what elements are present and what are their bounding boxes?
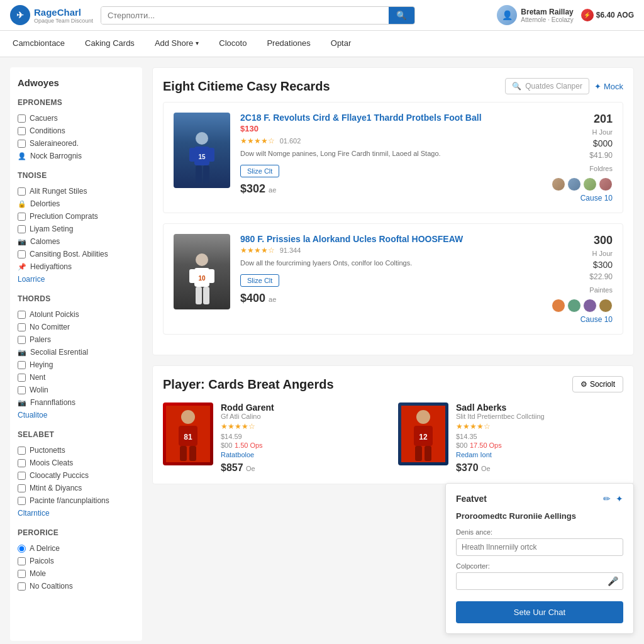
sidebar-item-pacinte[interactable]: Pacinte f/ancunplaitions: [18, 494, 135, 507]
checkbox-mole[interactable]: [18, 570, 26, 578]
checkbox-puctonetts[interactable]: [18, 447, 26, 455]
sidebar-item-cloocatly[interactable]: Cloocatly Puccics: [18, 469, 135, 482]
sidebar-item-saleraineored[interactable]: Saleraineored.: [18, 137, 135, 150]
checkbox-saleraineored[interactable]: [18, 140, 26, 148]
sidebar-label-hediyaftions: Hediyaftions: [30, 262, 72, 271]
checkbox-heying[interactable]: [18, 361, 26, 369]
svg-rect-25: [425, 446, 431, 461]
sidebar-link-ctualitoe[interactable]: Ctualitoe: [18, 409, 135, 421]
sidebar-item-hediyaftions[interactable]: 📌 Hediyaftions: [18, 260, 135, 273]
sidebar-item-secolial[interactable]: 📷 Secolial Esrential: [18, 346, 135, 358]
sidebar-link-loarrice[interactable]: Loarrice: [18, 273, 135, 286]
price-value-0: $302: [240, 182, 265, 195]
checkbox-nent[interactable]: [18, 374, 26, 382]
checkbox-cacuers[interactable]: [18, 114, 26, 123]
sidebar-item-liyam[interactable]: Liyam Seting: [18, 223, 135, 235]
sidebar-item-paicols[interactable]: Paicols: [18, 555, 135, 567]
sidebar-item-no-coaltions[interactable]: No Coaltions: [18, 580, 135, 592]
sidebar-item-preclution[interactable]: Preclution Comprats: [18, 210, 135, 223]
nav-add-shore[interactable]: Add Shore ▾: [152, 31, 201, 57]
sidebar-item-heying[interactable]: Heying: [18, 358, 135, 371]
sort-button[interactable]: ⚙ Socriolt: [572, 376, 623, 392]
nav-optar[interactable]: Optar: [328, 31, 354, 57]
sidebar-label-palers: Palers: [30, 335, 51, 344]
checkbox-moois[interactable]: [18, 459, 26, 467]
sidebar-item-fnannflations[interactable]: 📷 Fnannflations: [18, 396, 135, 409]
sidebar-item-a-delrice[interactable]: A Delrice: [18, 542, 135, 555]
nav-caking-cards[interactable]: Caking Cards: [82, 31, 137, 57]
checkbox-liyam[interactable]: [18, 225, 26, 233]
maximize-icon[interactable]: ✦: [616, 494, 623, 504]
checkbox-cansiting[interactable]: [18, 250, 26, 258]
search-bar[interactable]: 🔍: [101, 6, 415, 25]
checkbox-preclution[interactable]: [18, 213, 26, 221]
sidebar-item-atolunt[interactable]: Atolunt Poickis: [18, 308, 135, 321]
checkbox-wolin[interactable]: [18, 386, 26, 394]
sidebar-item-nock[interactable]: 👤 Nock Barrognis: [18, 150, 135, 162]
featured-search[interactable]: 🔍 Quatdes Clanper: [505, 78, 589, 94]
player-info-0: Rodd Garent Gf Atli Calino ★★★★☆ $14.59 …: [221, 402, 388, 474]
checkbox-alit[interactable]: [18, 187, 26, 196]
mini-avatar-0-4: [599, 177, 613, 191]
player-link-1[interactable]: Redam Iont: [456, 451, 623, 458]
mock-button[interactable]: ✦ Mock: [594, 82, 623, 91]
logo-title: RageCharl: [34, 7, 93, 18]
player-figure-1: 10: [183, 250, 221, 307]
search-input[interactable]: [101, 7, 389, 24]
color-input[interactable]: [456, 572, 623, 590]
feature-panel: Featvet ✏ ✦ Proroomedtc Ruroniie Aelling…: [445, 483, 634, 634]
player-cards-section: Player: Cards Breat Angerds ⚙ Socriolt 8…: [152, 365, 634, 484]
search-button[interactable]: 🔍: [389, 7, 414, 24]
sidebar-item-conditions[interactable]: Conditions: [18, 125, 135, 137]
pencil-icon[interactable]: ✏: [603, 494, 611, 504]
nav-clocoto[interactable]: Clocoto: [216, 31, 249, 57]
checkbox-paicols[interactable]: [18, 557, 26, 565]
player-section-header: Player: Cards Breat Angerds ⚙ Socriolt: [163, 376, 623, 392]
player-ops-label-0: $00: [221, 441, 232, 449]
feature-panel-title: Featvet: [456, 494, 487, 504]
sidebar-item-cansiting[interactable]: Cansiting Bost. Abilities: [18, 248, 135, 260]
checkbox-no-comitter[interactable]: [18, 323, 26, 331]
player-svg-1: 12: [401, 406, 445, 462]
player-link-0[interactable]: Ratatboloe: [221, 451, 388, 458]
avatar: 👤: [497, 5, 517, 25]
player-svg-0: 81: [166, 406, 210, 462]
sidebar-item-puctonetts[interactable]: Puctonetts: [18, 444, 135, 457]
checkbox-atolunt[interactable]: [18, 311, 26, 319]
checkbox-cloocatly[interactable]: [18, 472, 26, 480]
sidebar-label-paicols: Paicols: [30, 557, 54, 565]
size-btn-1[interactable]: Slize Clt: [240, 274, 279, 287]
sidebar-item-mole[interactable]: Mole: [18, 567, 135, 580]
chat-button[interactable]: Sete Uur Chat: [456, 601, 623, 623]
nav-camcbiontace[interactable]: Camcbiontace: [10, 31, 67, 57]
checkbox-conditions[interactable]: [18, 127, 26, 135]
size-btn-0[interactable]: Slize Clt: [240, 165, 279, 177]
checkbox-pacinte[interactable]: [18, 497, 26, 505]
sidebar-item-alit[interactable]: Alit Runget Stiles: [18, 185, 135, 197]
sidebar-item-cacuers[interactable]: Cacuers: [18, 112, 135, 125]
featured-section-header: Eight Citieme Casy Recards 🔍 Quatdes Cla…: [163, 78, 623, 94]
sidebar-item-moois[interactable]: Moois Cleats: [18, 457, 135, 469]
nav-predationes[interactable]: Predationes: [264, 31, 313, 57]
radio-a-delrice[interactable]: [18, 545, 26, 553]
sidebar-item-wolin[interactable]: Wolin: [18, 384, 135, 396]
search-icon-small: 🔍: [512, 82, 521, 91]
checkbox-mtint[interactable]: [18, 484, 26, 492]
cause-link-0[interactable]: Cause 10: [580, 194, 613, 203]
cause-link-1[interactable]: Cause 10: [580, 315, 613, 324]
price-value-1: $400: [240, 292, 265, 304]
feature-panel-subtitle: Proroomedtc Ruroniie Aellings: [456, 511, 623, 521]
sidebar-item-delorties[interactable]: 🔒 Delorties: [18, 197, 135, 210]
checkbox-palers[interactable]: [18, 336, 26, 344]
sidebar-item-nent[interactable]: Nent: [18, 371, 135, 384]
sidebar-link-cltarntice[interactable]: Cltarntice: [18, 507, 135, 519]
desc-input[interactable]: [456, 538, 623, 556]
sidebar-item-palers[interactable]: Palers: [18, 333, 135, 346]
sidebar-item-mtint[interactable]: Mtint & Diyancs: [18, 482, 135, 494]
sidebar-item-no-comitter[interactable]: No Comitter: [18, 321, 135, 333]
product-image-1: 10: [174, 234, 230, 309]
logo-icon: ✈: [10, 5, 30, 25]
sidebar-item-calomes[interactable]: 📷 Calomes: [18, 235, 135, 248]
checkbox-no-coaltions[interactable]: [18, 582, 26, 591]
player-cards-grid: 81 Rodd Garent Gf Atli Calino ★★★★☆ $14.…: [163, 402, 623, 474]
